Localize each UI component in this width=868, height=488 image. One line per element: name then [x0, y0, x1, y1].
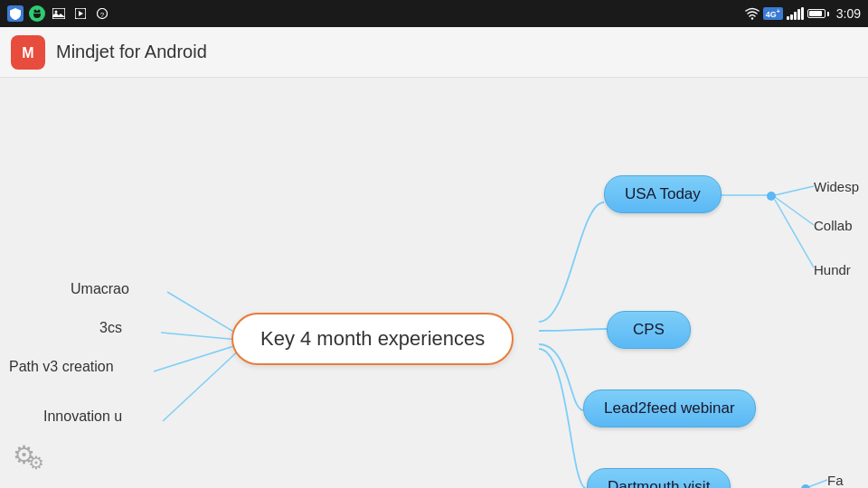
battery-indicator: [807, 9, 829, 18]
svg-point-1: [34, 10, 37, 13]
gear-small-icon[interactable]: ⚙: [28, 452, 44, 474]
mindmap-area[interactable]: Umacrao 3cs Path v3 creation Innovation …: [0, 78, 868, 488]
svg-text:?: ?: [100, 11, 105, 19]
node-dartmouth[interactable]: Dartmouth visit: [587, 468, 731, 488]
app-bar: M Mindjet for Android: [0, 27, 868, 78]
leaf-path-v3: Path v3 creation: [9, 359, 114, 375]
leaf-umacrao: Umacrao: [71, 281, 129, 297]
svg-line-16: [163, 347, 242, 421]
status-time: 3:09: [836, 6, 861, 21]
leaf-widesp: Widesp: [814, 179, 859, 194]
dot-dartmouth-connector: [801, 484, 810, 488]
lte-badge: 4G+: [763, 7, 783, 20]
android-icon: [29, 5, 45, 22]
help-icon: ?: [94, 5, 110, 22]
leaf-3cs: 3cs: [99, 320, 122, 336]
leaf-collab: Collab: [814, 218, 853, 233]
svg-line-19: [775, 197, 814, 225]
svg-line-15: [154, 344, 240, 371]
signal-bars: [787, 7, 804, 20]
svg-text:M: M: [22, 45, 33, 61]
node-lead2feed[interactable]: Lead2feed webinar: [583, 389, 756, 427]
node-usa-today[interactable]: USA Today: [604, 175, 722, 213]
image-icon: [51, 5, 67, 22]
svg-marker-7: [79, 11, 83, 16]
svg-line-14: [161, 333, 240, 340]
svg-rect-4: [52, 8, 65, 19]
svg-point-10: [750, 17, 752, 19]
svg-point-2: [38, 10, 41, 13]
svg-line-20: [775, 200, 814, 267]
play-icon: [72, 5, 89, 22]
status-icons-left: ?: [7, 5, 110, 22]
status-bar: ? 4G+ 3:09: [0, 0, 868, 27]
leaf-fa: Fa: [827, 473, 844, 488]
shield-icon: [7, 5, 24, 22]
leaf-innovation: Innovation u: [43, 408, 122, 425]
dot-usa-connector: [767, 192, 776, 201]
wifi-icon: [745, 7, 760, 20]
leaf-hundr: Hundr: [814, 262, 851, 277]
node-cps[interactable]: CPS: [607, 311, 691, 349]
app-logo: M: [11, 35, 45, 70]
status-right: 4G+ 3:09: [745, 6, 861, 21]
gear-icons[interactable]: ⚙ ⚙: [13, 440, 44, 470]
app-title: Mindjet for Android: [56, 42, 207, 62]
svg-line-18: [775, 186, 814, 195]
svg-rect-3: [33, 13, 41, 14]
svg-line-22: [808, 480, 827, 487]
central-node[interactable]: Key 4 month experiences: [231, 313, 514, 365]
